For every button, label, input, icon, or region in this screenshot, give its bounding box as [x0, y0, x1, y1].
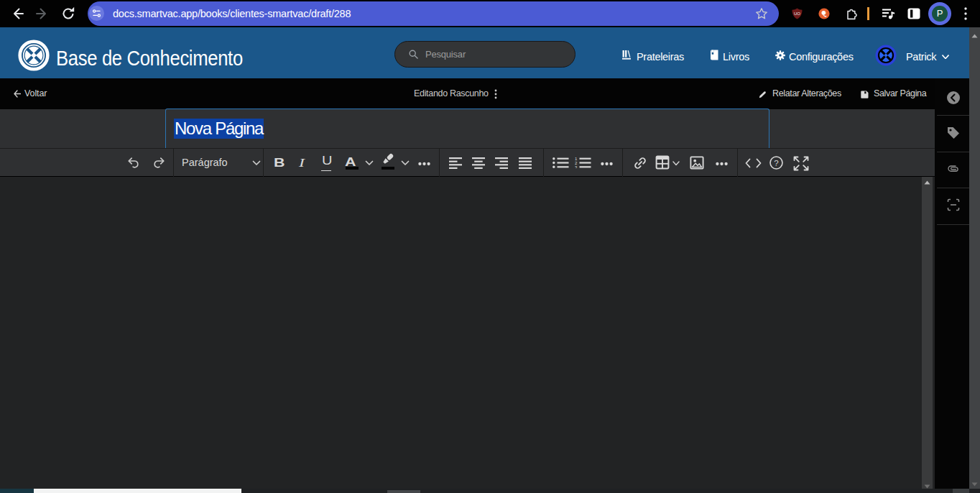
svg-text:3: 3 [575, 165, 578, 168]
svg-text:?: ? [774, 159, 778, 167]
svg-text:UO: UO [794, 11, 800, 16]
